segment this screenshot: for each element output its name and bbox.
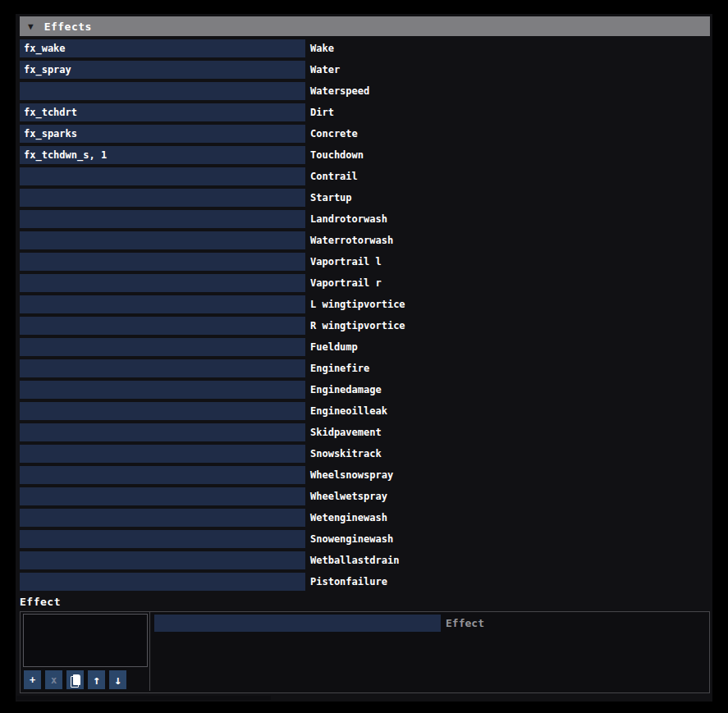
effect-row: fx_spray Water: [20, 61, 405, 79]
effect-row-label: Waterspeed: [310, 85, 369, 97]
effect-row: Waterspeed: [20, 82, 405, 100]
effect-row: fx_sparks Concrete: [20, 125, 405, 143]
effect-list-toolbar: + x ↑ ↓: [24, 670, 126, 689]
effect-row-label: L wingtipvortice: [310, 299, 405, 310]
effect-row-label: Startup: [310, 192, 352, 203]
effect-value-field[interactable]: fx_spray: [20, 61, 305, 79]
effect-row-label: Landrotorwash: [310, 213, 387, 225]
effect-row: Skidpavement: [20, 423, 405, 441]
move-up-button[interactable]: ↑: [88, 670, 105, 689]
effect-value-field[interactable]: [20, 573, 305, 591]
effect-value-field[interactable]: fx_sparks: [20, 125, 305, 143]
effect-row-label: Wheelwetspray: [310, 491, 387, 502]
effect-row-label: Wheelsnowspray: [310, 469, 393, 481]
effect-row: fx_tchdrt Dirt: [20, 103, 405, 121]
effect-value-field[interactable]: [20, 231, 305, 249]
collapse-triangle-icon: ▼: [28, 22, 34, 31]
effect-row: Wheelsnowspray: [20, 466, 405, 484]
effect-row-label: Enginedamage: [310, 384, 382, 395]
effect-value-field[interactable]: [20, 487, 305, 505]
effect-value-field[interactable]: [20, 466, 305, 484]
effect-row-label: Fueldump: [310, 341, 358, 353]
effect-row-label: Wake: [310, 43, 334, 54]
effect-row: Snowenginewash: [20, 530, 405, 548]
effect-value-field[interactable]: fx_tchdrt: [20, 103, 305, 121]
panel-divider: [149, 612, 150, 691]
effect-value-field[interactable]: [20, 402, 305, 420]
effect-value-field[interactable]: [20, 317, 305, 335]
effect-row-label: Touchdown: [310, 149, 364, 161]
effect-value-field[interactable]: fx_tchdwn_s, 1: [20, 146, 305, 164]
effect-row-label: Enginefire: [310, 363, 369, 374]
effect-row: Pistonfailure: [20, 573, 405, 591]
effect-row-label: Contrail: [310, 171, 358, 182]
copy-icon: [71, 674, 80, 686]
delete-button[interactable]: x: [45, 670, 62, 689]
effect-row-label: R wingtipvortice: [310, 320, 405, 331]
effect-value-field[interactable]: [20, 423, 305, 441]
effect-row: Startup: [20, 189, 405, 207]
effects-rows: fx_wake Wake fx_spray Water Waterspeed f…: [20, 39, 405, 594]
effect-value-field[interactable]: fx_wake: [20, 39, 305, 57]
effect-row: Engineoilleak: [20, 402, 405, 420]
effect-name-input[interactable]: [154, 615, 441, 632]
effect-row-label: Snowenginewash: [310, 533, 393, 545]
effect-value-field[interactable]: [20, 295, 305, 313]
effect-value-field[interactable]: [20, 189, 305, 207]
effect-row-label: Wetballastdrain: [310, 555, 399, 566]
effect-value-field[interactable]: [20, 551, 305, 569]
effect-row-label: Concrete: [310, 128, 358, 139]
effect-row-label: Pistonfailure: [310, 576, 387, 587]
effect-list-box[interactable]: [23, 614, 148, 667]
effect-detail-panel: + x ↑ ↓ Effect: [20, 611, 710, 693]
effect-row: Enginefire: [20, 359, 405, 377]
effect-row-label: Engineoilleak: [310, 405, 387, 417]
effect-row-label: Vaportrail l: [310, 256, 382, 267]
effect-value-field[interactable]: [20, 445, 305, 463]
effect-row: Landrotorwash: [20, 210, 405, 228]
effect-row: R wingtipvortice: [20, 317, 405, 335]
move-down-button[interactable]: ↓: [109, 670, 126, 689]
effect-row-label: Skidpavement: [310, 427, 382, 438]
effect-value-field[interactable]: [20, 253, 305, 271]
section-title: Effects: [44, 21, 92, 33]
effect-input-label: Effect: [446, 615, 484, 632]
effect-row-label: Vaportrail r: [310, 277, 382, 289]
effect-row: fx_wake Wake: [20, 39, 405, 57]
effect-value-field[interactable]: [20, 381, 305, 399]
effects-editor-window: ▼ Effects fx_wake Wake fx_spray Water Wa…: [16, 14, 712, 702]
effects-section-header[interactable]: ▼ Effects: [20, 16, 710, 36]
effect-value-field[interactable]: [20, 82, 305, 100]
effect-row: Waterrotorwash: [20, 231, 405, 249]
add-button[interactable]: +: [24, 670, 41, 689]
copy-button[interactable]: [66, 670, 84, 689]
window-bottom-edge: [16, 696, 271, 700]
down-arrow-icon: ↓: [114, 673, 121, 688]
effect-value-field[interactable]: [20, 338, 305, 356]
effect-row-label: Waterrotorwash: [310, 235, 393, 246]
effect-value-field[interactable]: [20, 359, 305, 377]
effect-row: Vaportrail l: [20, 253, 405, 271]
effect-row-label: Dirt: [310, 107, 334, 118]
effect-row: Snowskitrack: [20, 445, 405, 463]
effect-row: Vaportrail r: [20, 274, 405, 292]
effect-value-field[interactable]: [20, 274, 305, 292]
effect-row-label: Water: [310, 64, 340, 75]
effect-row-label: Wetenginewash: [310, 512, 387, 523]
effect-row: Enginedamage: [20, 381, 405, 399]
effect-value-field[interactable]: [20, 167, 305, 185]
effect-row: fx_tchdwn_s, 1 Touchdown: [20, 146, 405, 164]
effect-row: Wheelwetspray: [20, 487, 405, 505]
effect-row: Fueldump: [20, 338, 405, 356]
effect-group-heading: Effect: [20, 596, 61, 608]
effect-row: Wetenginewash: [20, 509, 405, 527]
up-arrow-icon: ↑: [93, 673, 100, 688]
effect-row: Contrail: [20, 167, 405, 185]
effect-row: Wetballastdrain: [20, 551, 405, 569]
effect-value-field[interactable]: [20, 210, 305, 228]
effect-row-label: Snowskitrack: [310, 448, 382, 459]
effect-row: L wingtipvortice: [20, 295, 405, 313]
effect-value-field[interactable]: [20, 530, 305, 548]
effect-value-field[interactable]: [20, 509, 305, 527]
